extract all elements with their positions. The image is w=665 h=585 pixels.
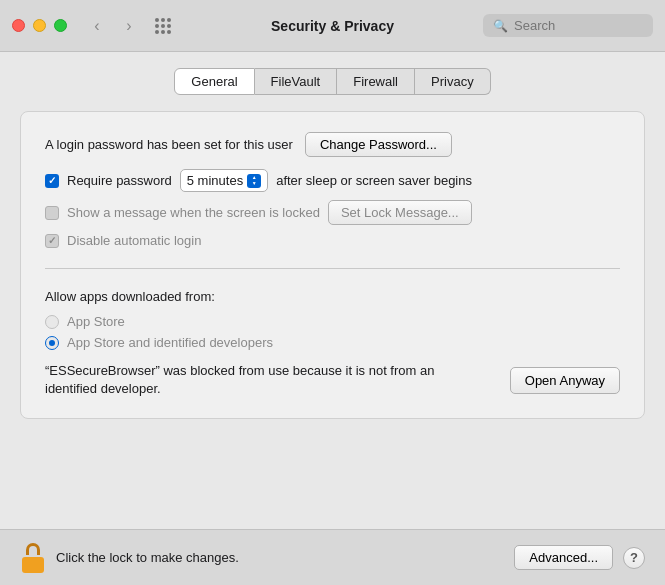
show-message-row: Show a message when the screen is locked… — [45, 200, 620, 225]
forward-button[interactable]: › — [115, 15, 143, 37]
set-lock-message-button[interactable]: Set Lock Message... — [328, 200, 472, 225]
search-icon: 🔍 — [493, 19, 508, 33]
settings-panel: A login password has been set for this u… — [20, 111, 645, 419]
show-message-checkbox[interactable] — [45, 206, 59, 220]
allow-apps-title: Allow apps downloaded from: — [45, 289, 620, 304]
close-button[interactable] — [12, 19, 25, 32]
show-message-label: Show a message when the screen is locked — [67, 205, 320, 220]
minimize-button[interactable] — [33, 19, 46, 32]
tabs: General FileVault Firewall Privacy — [20, 68, 645, 95]
app-grid-icon[interactable] — [155, 18, 171, 34]
lock-icon[interactable] — [20, 543, 46, 573]
help-button[interactable]: ? — [623, 547, 645, 569]
section-divider — [45, 268, 620, 269]
require-password-label: Require password — [67, 173, 172, 188]
password-timeout-value: 5 minutes — [187, 173, 243, 188]
app-store-radio[interactable] — [45, 315, 59, 329]
dropdown-arrow-icon — [247, 174, 261, 188]
nav-buttons: ‹ › — [83, 15, 143, 37]
app-store-radio-row: App Store — [45, 314, 620, 329]
back-button[interactable]: ‹ — [83, 15, 111, 37]
app-store-identified-radio-row: App Store and identified developers — [45, 335, 620, 350]
bottom-bar: Click the lock to make changes. Advanced… — [0, 529, 665, 585]
titlebar: ‹ › Security & Privacy 🔍 — [0, 0, 665, 52]
main-content: General FileVault Firewall Privacy A log… — [0, 52, 665, 419]
after-sleep-text: after sleep or screen saver begins — [276, 173, 472, 188]
search-input[interactable] — [514, 18, 643, 33]
bottom-right-controls: Advanced... ? — [514, 545, 645, 570]
password-timeout-dropdown[interactable]: 5 minutes — [180, 169, 268, 192]
search-bar[interactable]: 🔍 — [483, 14, 653, 37]
maximize-button[interactable] — [54, 19, 67, 32]
app-store-identified-label: App Store and identified developers — [67, 335, 273, 350]
advanced-button[interactable]: Advanced... — [514, 545, 613, 570]
disable-autologin-row: Disable automatic login — [45, 233, 620, 248]
open-anyway-button[interactable]: Open Anyway — [510, 367, 620, 394]
blocked-app-row: “ESSecureBrowser” was blocked from use b… — [45, 362, 620, 398]
tab-privacy[interactable]: Privacy — [415, 68, 491, 95]
app-store-identified-radio[interactable] — [45, 336, 59, 350]
blocked-app-text: “ESSecureBrowser” was blocked from use b… — [45, 362, 445, 398]
change-password-button[interactable]: Change Password... — [305, 132, 452, 157]
window-title: Security & Privacy — [271, 18, 394, 34]
allow-apps-section: Allow apps downloaded from: App Store Ap… — [45, 289, 620, 350]
login-password-text: A login password has been set for this u… — [45, 137, 293, 152]
require-password-checkbox[interactable] — [45, 174, 59, 188]
tab-filevault[interactable]: FileVault — [255, 68, 338, 95]
disable-autologin-checkbox[interactable] — [45, 234, 59, 248]
lock-shackle — [26, 543, 40, 555]
app-store-label: App Store — [67, 314, 125, 329]
lock-text: Click the lock to make changes. — [56, 550, 239, 565]
disable-autologin-label: Disable automatic login — [67, 233, 201, 248]
require-password-row: Require password 5 minutes after sleep o… — [45, 169, 620, 192]
login-password-row: A login password has been set for this u… — [45, 132, 620, 157]
tab-firewall[interactable]: Firewall — [337, 68, 415, 95]
lock-body — [22, 557, 44, 573]
traffic-lights — [12, 19, 67, 32]
tab-general[interactable]: General — [174, 68, 254, 95]
